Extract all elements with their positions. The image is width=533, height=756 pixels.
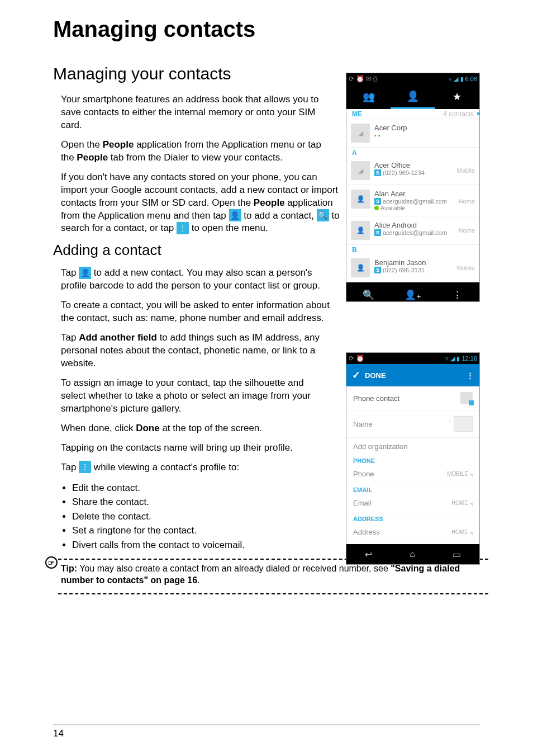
paragraph-import: If you don't have any contacts stored on… xyxy=(61,171,340,235)
search-icon: 🔍 xyxy=(317,209,329,221)
presence-dot-icon xyxy=(374,206,379,210)
dropdown-triangle-icon[interactable] xyxy=(470,503,473,506)
status-bar: ⟳⏰ ▿ ◢ ▮ 12:18 xyxy=(346,353,479,364)
dropdown-triangle-icon[interactable] xyxy=(470,532,473,535)
back-button[interactable]: ↩ xyxy=(365,549,372,560)
contact-row[interactable]: 👤 Alice Android Sacerguides@gmail.com Ho… xyxy=(346,216,479,245)
contact-type: Mobile xyxy=(457,264,475,271)
paragraph-image: To assign an image to your contact, tap … xyxy=(61,377,318,415)
dropdown-triangle-icon[interactable] xyxy=(470,474,473,477)
add-contact-icon: 👤 xyxy=(229,209,241,221)
top-tabs: 👥 👤 ★ xyxy=(346,84,479,109)
signal-icon: ◢ xyxy=(454,75,458,82)
contact-row[interactable]: 👤 Alan Acer Sacerguides@gmail.comHome Av… xyxy=(346,185,479,216)
tab-groups[interactable]: 👥 xyxy=(346,84,391,109)
paragraph-open-people: Open the People application from the App… xyxy=(61,139,325,164)
search-button[interactable]: 🔍 xyxy=(346,282,391,302)
contact-name: Alice Android xyxy=(374,221,459,229)
recents-button[interactable]: ▭ xyxy=(453,549,461,560)
groups-icon: 👥 xyxy=(363,91,375,103)
wifi-icon: ▿ xyxy=(445,355,449,362)
screenshot-contacts-list: ⟳⏰✉⎙ ▿ ◢ ▮ 6:08 👥 👤 ★ ME 4 contacts ◢ Ac… xyxy=(346,73,480,302)
wifi-icon: ▿ xyxy=(449,75,452,82)
contact-type: Home xyxy=(459,227,475,234)
add-organization[interactable]: Add organization xyxy=(346,438,479,455)
signal-icon: ◢ xyxy=(450,355,455,362)
home-button[interactable]: ⌂ xyxy=(410,549,415,559)
sync-icon: ⟳ xyxy=(349,75,354,83)
section-letter-a: A xyxy=(346,148,479,157)
check-icon: ✓ xyxy=(352,369,360,381)
address-label: ADDRESS xyxy=(346,513,479,522)
email-field[interactable]: Email HOME xyxy=(346,493,479,513)
alarm-icon: ⏰ xyxy=(356,355,364,362)
sync-icon: ⟳ xyxy=(349,355,354,362)
contact-type: Mobile xyxy=(457,167,475,174)
alarm-icon: ⏰ xyxy=(356,75,364,83)
menu-icon: ⋮ xyxy=(79,461,91,473)
add-contact-icon: 👤 xyxy=(79,267,91,279)
paragraph-add-contact: Tap 👤 to add a new contact. You may also… xyxy=(61,267,340,292)
phone-field[interactable]: Phone MOBILE xyxy=(346,464,479,484)
bottom-action-bar: 🔍 👤₊ ⋮ xyxy=(346,282,479,302)
battery-icon: ▮ xyxy=(456,355,460,362)
battery-icon: ▮ xyxy=(460,75,464,82)
section-letter-b: B xyxy=(346,245,479,254)
contact-row[interactable]: ◢ Acer Office S(022) 969-1234 Mobile xyxy=(346,157,479,185)
clock-text: 6:08 xyxy=(465,75,477,82)
status-bar: ⟳⏰✉⎙ ▿ ◢ ▮ 6:08 xyxy=(346,73,479,84)
avatar: ◢ xyxy=(351,161,370,180)
skype-icon: S xyxy=(374,229,381,236)
contact-name: Acer Corp xyxy=(374,124,475,132)
overflow-button[interactable]: ⋮ xyxy=(467,371,474,380)
contact-name: Alan Acer xyxy=(374,190,475,198)
skype-icon: S xyxy=(374,267,381,273)
name-field[interactable]: Name ˅ xyxy=(346,410,479,438)
avatar: 👤 xyxy=(351,190,370,209)
avatar: ◢ xyxy=(351,124,370,143)
phone-label: PHONE xyxy=(346,455,479,464)
mail-icon: ✉ xyxy=(366,75,372,83)
doc-title: Managing contacts xyxy=(53,17,480,42)
paragraph-done: When done, click Done at the top of the … xyxy=(61,422,318,435)
overflow-button[interactable]: ⋮ xyxy=(435,282,479,302)
page-number: 14 xyxy=(53,728,64,739)
tip-icon: ☞ xyxy=(45,556,58,569)
me-label: ME xyxy=(352,110,362,118)
person-icon: 👤 xyxy=(407,90,419,102)
skype-icon: S xyxy=(374,169,381,176)
paragraph-create: To create a contact, you will be asked t… xyxy=(61,299,340,325)
contact-row[interactable]: ◢ Acer Corp ▪▪ xyxy=(346,119,479,148)
tab-contacts[interactable]: 👤 xyxy=(391,84,435,109)
done-button[interactable]: ✓DONE xyxy=(352,369,386,381)
avatar: 👤 xyxy=(351,258,370,277)
paragraph-add-field: Tap Add another field to add things such… xyxy=(61,332,340,370)
paragraph-intro: Your smartphone features an address book… xyxy=(61,93,325,132)
email-label: EMAIL xyxy=(346,484,479,493)
nav-bar: ↩ ⌂ ▭ xyxy=(346,544,479,564)
skype-icon: S xyxy=(374,198,381,205)
contact-name: Acer Office xyxy=(374,161,457,169)
usb-icon: ⎙ xyxy=(373,75,377,83)
account-row[interactable]: Phone contact xyxy=(346,386,479,410)
address-field[interactable]: Address HOME xyxy=(346,522,479,542)
done-bar: ✓DONE ⋮ xyxy=(346,364,479,386)
contact-type-icon xyxy=(460,392,473,404)
screenshot-add-contact: ⟳⏰ ▿ ◢ ▮ 12:18 ✓DONE ⋮ Phone contact Nam… xyxy=(346,352,480,565)
contacts-count: 4 contacts xyxy=(443,110,474,118)
tab-favorites[interactable]: ★ xyxy=(435,84,479,109)
chevron-down-icon[interactable]: ˅ xyxy=(448,420,451,427)
contact-row[interactable]: 👤 Benjamin Jason S(022) 696-3131 Mobile xyxy=(346,254,479,282)
menu-icon: ⋮ xyxy=(177,222,189,234)
contact-name: Benjamin Jason xyxy=(374,258,457,267)
star-icon: ★ xyxy=(453,91,461,103)
me-row[interactable]: ME 4 contacts xyxy=(346,109,479,119)
clock-text: 12:18 xyxy=(461,355,477,362)
add-contact-button[interactable]: 👤₊ xyxy=(391,282,435,302)
avatar: 👤 xyxy=(351,221,370,240)
photo-placeholder[interactable] xyxy=(454,416,473,432)
